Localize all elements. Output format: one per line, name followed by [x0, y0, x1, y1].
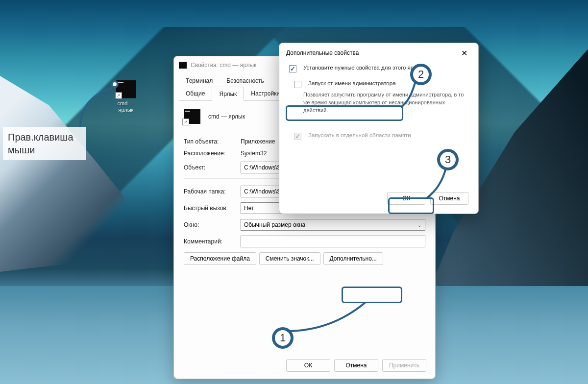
- separate-memory-label: Запускать в отдельной области памяти: [308, 132, 411, 138]
- advanced-cancel-button[interactable]: Отмена: [430, 192, 468, 205]
- set-props-checkbox[interactable]: [289, 65, 296, 72]
- tab-security[interactable]: Безопасность: [220, 74, 271, 87]
- run-admin-description: Позволяет запустить программу от имени а…: [303, 91, 468, 115]
- window-label: Окно:: [184, 221, 237, 228]
- apply-button: Применить: [382, 359, 426, 372]
- location-value: System32: [241, 150, 267, 157]
- cmd-icon: ↗: [116, 80, 136, 98]
- run-admin-label: Запуск от имени администратора: [308, 80, 396, 86]
- tab-general[interactable]: Общие: [179, 87, 212, 101]
- advanced-buttons: ОК Отмена: [387, 192, 468, 205]
- callout-dot: [111, 80, 119, 88]
- tab-shortcut[interactable]: Ярлык: [212, 87, 244, 101]
- shortcut-badge-icon: ↗: [182, 119, 189, 125]
- advanced-dialog: Дополнительные свойства ✕ Установите нуж…: [279, 43, 479, 214]
- target-label: Объект:: [184, 164, 237, 171]
- close-icon[interactable]: ✕: [457, 47, 471, 60]
- change-icon-button[interactable]: Сменить значок...: [259, 252, 320, 265]
- callout-1: 1: [272, 327, 294, 349]
- workdir-label: Рабочая папка:: [184, 188, 237, 195]
- icon-title: cmd — ярлык: [208, 113, 245, 120]
- location-label: Расположение:: [184, 150, 237, 157]
- callout-2: 2: [410, 64, 432, 85]
- advanced-ok-button[interactable]: ОК: [387, 192, 425, 205]
- advanced-titlebar[interactable]: Дополнительные свойства ✕: [279, 43, 478, 63]
- set-props-label: Установите нужные свойства для этого ярл…: [303, 65, 428, 71]
- rightclick-hint: Прав.клавиша мыши: [3, 127, 86, 160]
- properties-title: Свойства: cmd — ярлык: [191, 62, 256, 69]
- run-admin-checkbox[interactable]: [294, 81, 301, 88]
- callout-connector: [77, 88, 117, 130]
- comment-input[interactable]: [241, 236, 425, 247]
- tab-terminal[interactable]: Терминал: [179, 74, 220, 87]
- type-label: Тип объекта:: [184, 138, 237, 145]
- cmd-titlebar-icon: [179, 62, 187, 69]
- file-location-button[interactable]: Расположение файла: [184, 252, 256, 265]
- callout-3: 3: [437, 149, 459, 170]
- type-value: Приложение: [241, 138, 275, 145]
- ok-button[interactable]: ОК: [286, 359, 330, 372]
- cmd-large-icon: ↗: [184, 109, 200, 124]
- cancel-button[interactable]: Отмена: [334, 359, 378, 372]
- dialog-buttons: ОК Отмена Применить: [286, 359, 426, 372]
- comment-label: Комментарий:: [184, 238, 237, 245]
- action-buttons-row: Расположение файла Сменить значок... Доп…: [184, 252, 425, 265]
- advanced-body: Установите нужные свойства для этого ярл…: [279, 63, 478, 150]
- window-select[interactable]: Обычный размер окна: [241, 219, 425, 231]
- advanced-title: Дополнительные свойства: [286, 49, 359, 56]
- separate-memory-checkbox: [294, 133, 301, 140]
- advanced-button[interactable]: Дополнительно...: [323, 252, 383, 265]
- hotkey-label: Быстрый вызов:: [184, 205, 237, 212]
